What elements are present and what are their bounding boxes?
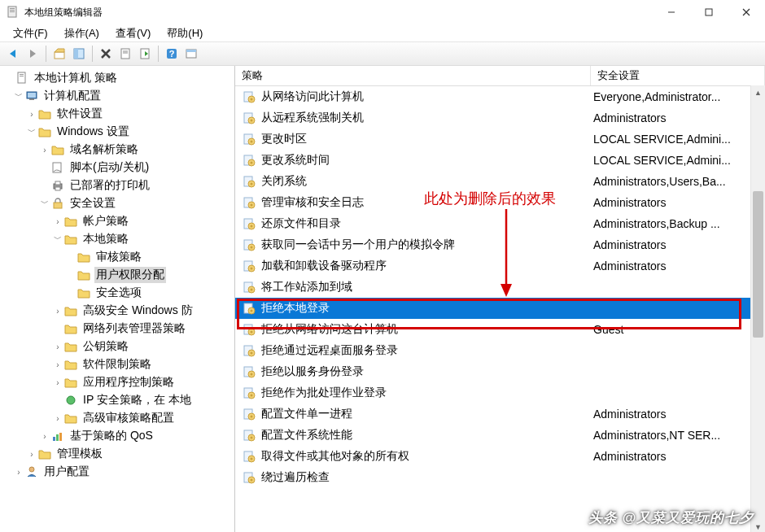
tree-audit-policy[interactable]: 审核策略 — [2, 248, 234, 266]
policy-row[interactable]: 从网络访问此计算机Everyone,Administrator... — [235, 86, 765, 107]
policy-setting: Administrators,NT SER... — [590, 429, 765, 442]
show-hide-button[interactable] — [70, 45, 88, 63]
collapse-icon[interactable]: ﹀ — [52, 233, 63, 245]
column-policy[interactable]: 策略 — [235, 66, 591, 85]
tree-user-rights[interactable]: 用户权限分配 — [2, 266, 234, 284]
expand-icon[interactable]: › — [39, 146, 50, 155]
expand-icon[interactable]: › — [26, 110, 37, 119]
expand-icon[interactable]: › — [52, 360, 63, 369]
policy-row[interactable]: 获取同一会话中另一个用户的模拟令牌Administrators — [235, 234, 765, 255]
expand-icon[interactable]: › — [26, 450, 37, 459]
maximize-button[interactable] — [690, 0, 728, 24]
folder-icon — [76, 286, 91, 299]
scroll-down-button[interactable]: ▼ — [751, 520, 765, 532]
tree-user-config[interactable]: › 用户配置 — [2, 463, 234, 481]
folder-icon — [76, 251, 91, 264]
svg-point-55 — [251, 183, 253, 185]
policy-row[interactable]: 取得文件或其他对象的所有权Administrators — [235, 446, 765, 467]
expand-icon[interactable]: › — [52, 342, 63, 351]
up-button[interactable] — [50, 45, 68, 63]
svg-point-40 — [29, 467, 34, 472]
policy-row[interactable]: 还原文件和目录Administrators,Backup ... — [235, 213, 765, 234]
menu-action[interactable]: 操作(A) — [56, 24, 107, 42]
expand-icon[interactable]: › — [39, 432, 50, 441]
tree-ip-security[interactable]: IP 安全策略，在 本地 — [2, 391, 234, 409]
tree-account-policies[interactable]: › 帐户策略 — [2, 212, 234, 230]
tree-qos[interactable]: › 基于策略的 QoS — [2, 427, 234, 445]
collapse-icon[interactable]: ﹀ — [13, 90, 24, 102]
tree-software-restriction[interactable]: › 软件限制策略 — [2, 355, 234, 373]
policy-name: 管理审核和安全日志 — [261, 195, 364, 210]
policy-row[interactable]: 从远程系统强制关机Administrators — [235, 107, 765, 129]
policy-row[interactable]: 拒绝本地登录 — [235, 298, 765, 319]
policy-icon — [242, 216, 256, 231]
tree-local-policies[interactable]: ﹀ 本地策略 — [2, 230, 234, 248]
menu-view[interactable]: 查看(V) — [107, 24, 159, 42]
help-button[interactable]: ? — [163, 45, 181, 63]
tree-app-control[interactable]: › 应用程序控制策略 — [2, 373, 234, 391]
collapse-icon[interactable]: ﹀ — [39, 198, 50, 209]
tree-admin-templates[interactable]: › 管理模板 — [2, 445, 234, 463]
back-button[interactable] — [4, 45, 22, 63]
tree-advanced-audit[interactable]: › 高级审核策略配置 — [2, 409, 234, 427]
policy-row[interactable]: 更改系统时间LOCAL SERVICE,Admini... — [235, 150, 765, 171]
policy-row[interactable]: 加载和卸载设备驱动程序Administrators — [235, 255, 765, 277]
svg-rect-29 — [28, 93, 36, 98]
computer-icon — [24, 89, 39, 102]
expand-icon[interactable]: › — [52, 414, 63, 423]
svg-point-36 — [67, 396, 75, 404]
export-button[interactable] — [136, 45, 154, 63]
policy-row[interactable]: 拒绝以服务身份登录 — [235, 361, 765, 382]
policy-row[interactable]: 关闭系统Administrators,Users,Ba... — [235, 171, 765, 192]
policy-row[interactable]: 更改时区LOCAL SERVICE,Admini... — [235, 129, 765, 150]
policy-name: 获取同一会话中另一个用户的模拟令牌 — [261, 238, 455, 252]
properties-button[interactable] — [116, 45, 134, 63]
tree-root[interactable]: 本地计算机 策略 — [2, 69, 234, 87]
tree-security-options[interactable]: 安全选项 — [2, 284, 234, 302]
menu-help[interactable]: 帮助(H) — [159, 24, 211, 42]
column-setting[interactable]: 安全设置 — [591, 66, 765, 85]
policy-setting: LOCAL SERVICE,Admini... — [590, 154, 765, 167]
tree-security-settings[interactable]: ﹀ 安全设置 — [2, 194, 234, 212]
folder-icon — [63, 304, 78, 317]
tree-windows-settings[interactable]: ﹀ Windows 设置 — [2, 123, 234, 141]
policy-row[interactable]: 管理审核和安全日志Administrators — [235, 192, 765, 213]
tree-scripts[interactable]: 脚本(启动/关机) — [2, 159, 234, 177]
policy-row[interactable]: 拒绝通过远程桌面服务登录 — [235, 340, 765, 361]
policy-row[interactable]: 拒绝作为批处理作业登录 — [235, 382, 765, 403]
filter-button[interactable] — [182, 45, 200, 63]
expand-icon[interactable]: › — [52, 378, 63, 387]
tree-software-settings[interactable]: › 软件设置 — [2, 105, 234, 123]
list-body[interactable]: 从网络访问此计算机Everyone,Administrator...从远程系统强… — [235, 86, 765, 532]
close-button[interactable] — [728, 0, 765, 24]
tree-network-list[interactable]: 网络列表管理器策略 — [2, 320, 234, 338]
expand-icon[interactable]: › — [52, 217, 63, 226]
scrollbar-thumb[interactable] — [753, 191, 763, 338]
policy-row[interactable]: 拒绝从网络访问这台计算机Guest — [235, 319, 765, 340]
tree-windows-firewall[interactable]: › 高级安全 Windows 防 — [2, 302, 234, 320]
vertical-scrollbar[interactable]: ▲ ▼ — [750, 85, 765, 532]
policy-name: 从网络访问此计算机 — [261, 89, 364, 104]
policy-row[interactable]: 绕过遍历检查 — [235, 467, 765, 488]
policy-name: 拒绝本地登录 — [261, 301, 330, 316]
policy-setting: Administrators — [590, 408, 765, 421]
tree-public-key[interactable]: › 公钥策略 — [2, 338, 234, 355]
tree-pane[interactable]: 本地计算机 策略 ﹀ 计算机配置 › 软件设置 ﹀ Windows 设置 › 域… — [0, 66, 235, 532]
forward-button[interactable] — [24, 45, 42, 63]
svg-marker-9 — [30, 50, 36, 58]
delete-button[interactable] — [97, 45, 115, 63]
scroll-up-button[interactable]: ▲ — [751, 85, 765, 99]
svg-point-52 — [251, 162, 253, 164]
tree-name-resolution[interactable]: › 域名解析策略 — [2, 141, 234, 159]
minimize-button[interactable] — [653, 0, 690, 24]
tree-computer-config[interactable]: ﹀ 计算机配置 — [2, 87, 234, 105]
menu-file[interactable]: 文件(F) — [5, 24, 56, 42]
expand-icon[interactable]: › — [52, 307, 63, 316]
tree-printers[interactable]: 已部署的打印机 — [2, 177, 234, 194]
expand-icon[interactable]: › — [13, 468, 24, 477]
collapse-icon[interactable]: ﹀ — [26, 126, 37, 137]
svg-text:?: ? — [169, 49, 175, 59]
policy-row[interactable]: 配置文件单一进程Administrators — [235, 403, 765, 425]
policy-row[interactable]: 将工作站添加到域 — [235, 277, 765, 298]
policy-row[interactable]: 配置文件系统性能Administrators,NT SER... — [235, 425, 765, 446]
